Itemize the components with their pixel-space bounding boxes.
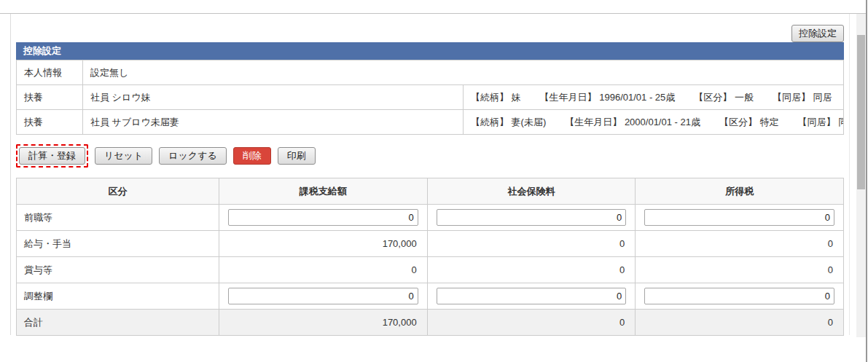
lock-button[interactable]: ロックする <box>159 147 227 165</box>
table-row: 本人情報 設定無し <box>17 60 844 85</box>
amount-value: 0 <box>636 257 844 283</box>
amount-input[interactable] <box>644 288 834 304</box>
row-category: 扶養 <box>17 85 83 110</box>
amount-input[interactable] <box>437 288 627 304</box>
row-label: 賞与等 <box>17 257 219 283</box>
deduction-settings-button[interactable]: 控除設定 <box>791 25 844 42</box>
frame-left-border <box>10 14 11 335</box>
column-header-kubun: 区分 <box>17 178 219 205</box>
window-right-edge <box>866 0 867 362</box>
row-label: 合計 <box>17 310 219 336</box>
print-button[interactable]: 印刷 <box>278 147 316 165</box>
amount-value: 0 <box>427 231 636 257</box>
person-name: 社員 シロウ妹 <box>83 85 464 110</box>
amount-value: 170,000 <box>219 231 428 257</box>
reset-button[interactable]: リセット <box>95 147 152 165</box>
calc-register-highlight: 計算・登録 <box>16 144 88 168</box>
column-header-social-insurance: 社会保険料 <box>427 178 636 205</box>
amount-input[interactable] <box>228 288 418 304</box>
column-header-income-tax: 所得税 <box>636 178 844 205</box>
table-row-total: 合計 170,000 0 0 <box>17 310 844 336</box>
table-row-adjustment: 調整欄 <box>17 283 844 310</box>
table-row-bonus: 賞与等 0 0 0 <box>17 257 844 283</box>
row-category: 扶養 <box>17 110 83 135</box>
panel-title: 控除設定 <box>23 45 61 56</box>
deduction-panel-header: 控除設定 <box>16 42 844 60</box>
amount-value: 0 <box>427 310 636 336</box>
amount-input[interactable] <box>228 209 418 226</box>
person-name: 社員 サブロウ未届妻 <box>83 110 464 135</box>
person-setting: 設定無し <box>83 60 844 85</box>
vertical-scrollbar[interactable] <box>856 14 866 337</box>
row-label: 前職等 <box>17 205 219 231</box>
amounts-table: 区分 課税支給額 社会保険料 所得税 前職等 給与・手当 170,000 0 0… <box>16 178 844 336</box>
header-row: 区分 課税支給額 社会保険料 所得税 <box>17 178 844 205</box>
column-header-taxable-pay: 課税支給額 <box>219 178 428 205</box>
actions-bar: 計算・登録 リセット ロックする 削除 印刷 <box>16 144 316 168</box>
person-details: 【続柄】 妹 【生年月日】 1996/01/01 - 25歳 【区分】 一般 【… <box>464 85 844 110</box>
table-row: 扶養 社員 サブロウ未届妻 【続柄】 妻(未届) 【生年月日】 2000/01/… <box>17 110 844 135</box>
row-label: 給与・手当 <box>17 231 219 257</box>
amount-value: 0 <box>636 310 844 336</box>
amount-input[interactable] <box>644 209 834 226</box>
frame-right-inner-border <box>849 14 850 335</box>
amount-value: 0 <box>636 231 844 257</box>
row-category: 本人情報 <box>17 60 83 85</box>
calc-register-button[interactable]: 計算・登録 <box>19 147 85 165</box>
row-label: 調整欄 <box>17 283 219 310</box>
person-details: 【続柄】 妻(未届) 【生年月日】 2000/01/01 - 21歳 【区分】 … <box>464 110 844 135</box>
amount-input[interactable] <box>437 209 627 226</box>
table-row: 扶養 社員 シロウ妹 【続柄】 妹 【生年月日】 1996/01/01 - 25… <box>17 85 844 110</box>
table-row-previous-job: 前職等 <box>17 205 844 231</box>
table-row-salary: 給与・手当 170,000 0 0 <box>17 231 844 257</box>
amount-value: 170,000 <box>219 310 428 336</box>
amount-value: 0 <box>219 257 428 283</box>
amount-value: 0 <box>427 257 636 283</box>
deduction-panel: 控除設定 本人情報 設定無し 扶養 社員 シロウ妹 【続柄】 妹 【生年月日】 … <box>16 42 844 135</box>
frame-top-border <box>0 13 866 14</box>
scrollbar-thumb[interactable] <box>857 35 865 189</box>
delete-button[interactable]: 削除 <box>233 147 271 165</box>
deduction-table: 本人情報 設定無し 扶養 社員 シロウ妹 【続柄】 妹 【生年月日】 1996/… <box>16 60 844 135</box>
